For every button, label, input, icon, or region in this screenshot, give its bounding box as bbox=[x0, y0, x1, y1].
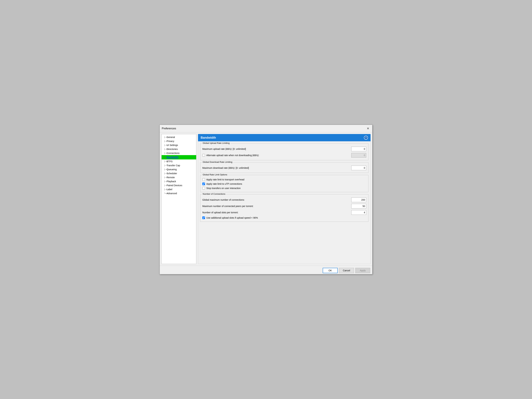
download-section: Global Download Rate Limiting Maximum do… bbox=[200, 162, 368, 173]
preferences-window: Preferences ✕ ├── General ├── Privacy ├─… bbox=[160, 125, 372, 274]
max-download-label: Maximum download rate (kB/s): [0: unlimi… bbox=[202, 167, 249, 169]
tree-icon-queueing: ├── bbox=[164, 168, 166, 171]
title-bar: Preferences ✕ bbox=[160, 125, 372, 132]
transport-overhead-row: Apply rate limit to transport overhead bbox=[202, 177, 366, 182]
sidebar-label-label: Label bbox=[167, 188, 172, 191]
sidebar-label-scheduler: Scheduler bbox=[167, 172, 177, 175]
sidebar-label-ui-settings: UI Settings bbox=[167, 144, 178, 146]
upload-section-label: Global Upload Rate Limiting bbox=[202, 142, 230, 144]
bandwidth-panel: Global Upload Rate Limiting Maximum uplo… bbox=[198, 141, 371, 264]
cancel-button[interactable]: Cancel bbox=[339, 268, 354, 273]
alternate-upload-input[interactable] bbox=[351, 153, 366, 158]
sidebar-label-remote: Remote bbox=[167, 176, 175, 179]
sidebar-label-advanced: Advanced bbox=[167, 192, 177, 195]
max-peers-row: Maximum number of connected peers per to… bbox=[202, 203, 366, 209]
upload-slots-row: Number of upload slots per torrent: bbox=[202, 209, 366, 216]
alternate-upload-checkbox[interactable] bbox=[202, 154, 205, 157]
sidebar-label-general: General bbox=[167, 136, 175, 139]
bandwidth-title: Bandwidth bbox=[201, 136, 216, 139]
additional-slots-label: Use additional upload slots if upload sp… bbox=[206, 216, 258, 219]
sidebar-item-privacy[interactable]: ├── Privacy bbox=[162, 139, 196, 143]
tree-icon-connections: ├── bbox=[164, 152, 166, 154]
main-content: Bandwidth ? Global Upload Rate Limiting … bbox=[198, 134, 371, 264]
transport-overhead-checkbox[interactable] bbox=[202, 178, 205, 181]
sidebar-label-directories: Directories bbox=[167, 148, 178, 151]
global-max-label: Global maximum number of connections: bbox=[202, 198, 245, 201]
window-body: ├── General ├── Privacy ├── UI Settings … bbox=[160, 132, 372, 266]
sidebar-label-paired-devices: Paired Devices bbox=[167, 184, 182, 187]
sidebar-label-bandwidth: Bandwidth bbox=[167, 156, 178, 159]
connections-section: Number of Connections Global maximum num… bbox=[200, 194, 368, 222]
tree-icon-remote: ├── bbox=[164, 176, 166, 178]
tree-icon-transfer-cap: ├── bbox=[164, 165, 166, 166]
stop-transfers-row: Stop transfers on user interaction bbox=[202, 186, 366, 190]
sidebar-item-connections[interactable]: ├── Connections bbox=[162, 151, 196, 155]
download-section-label: Global Download Rate Limiting bbox=[202, 161, 233, 163]
apply-button[interactable]: Apply bbox=[355, 268, 370, 273]
tree-icon-btfs: ├── bbox=[164, 160, 166, 162]
sidebar-item-directories[interactable]: ├── Directories bbox=[162, 147, 196, 151]
sidebar-label-connections: Connections bbox=[167, 152, 180, 154]
utp-checkbox[interactable] bbox=[202, 183, 205, 185]
sidebar-label-btfs: BTFS bbox=[167, 160, 173, 163]
sidebar: ├── General ├── Privacy ├── UI Settings … bbox=[161, 134, 196, 264]
sidebar-item-remote[interactable]: ├── Remote bbox=[162, 175, 196, 179]
global-max-input[interactable] bbox=[351, 197, 366, 202]
sidebar-item-paired-devices[interactable]: ├── Paired Devices bbox=[162, 183, 196, 187]
additional-slots-checkbox[interactable] bbox=[202, 216, 205, 219]
sidebar-item-scheduler[interactable]: ├── Scheduler bbox=[162, 171, 196, 175]
tree-icon-general: ├── bbox=[164, 136, 166, 138]
sidebar-item-playback[interactable]: ├── Playback bbox=[162, 179, 196, 183]
alternate-upload-checkbox-row: Alternate upload rate when not downloadi… bbox=[202, 153, 259, 158]
tree-icon-directories: ├── bbox=[164, 148, 166, 150]
sidebar-label-queueing: Queueing bbox=[167, 168, 177, 171]
tree-icon-advanced: └+─ bbox=[164, 192, 166, 194]
tree-icon-playback: ├── bbox=[164, 180, 166, 182]
alternate-upload-row: Alternate upload rate when not downloadi… bbox=[202, 152, 366, 158]
max-peers-input[interactable] bbox=[351, 204, 366, 209]
sidebar-label-playback: Playback bbox=[167, 180, 176, 183]
sidebar-item-queueing[interactable]: ├── Queueing bbox=[162, 167, 196, 171]
max-download-row: Maximum download rate (kB/s): [0: unlimi… bbox=[202, 165, 366, 171]
sidebar-item-general[interactable]: ├── General bbox=[162, 135, 196, 139]
ok-button[interactable]: OK bbox=[323, 268, 338, 273]
sidebar-item-advanced[interactable]: └+─ Advanced bbox=[162, 191, 196, 195]
tree-icon-privacy: ├── bbox=[164, 140, 166, 142]
sidebar-item-ui-settings[interactable]: ├── UI Settings bbox=[162, 143, 196, 147]
window-title: Preferences bbox=[162, 127, 176, 130]
close-button[interactable]: ✕ bbox=[366, 126, 370, 131]
upload-slots-input[interactable] bbox=[351, 210, 366, 215]
connections-section-label: Number of Connections bbox=[202, 193, 226, 195]
sidebar-label-privacy: Privacy bbox=[167, 140, 174, 142]
sidebar-label-transfer-cap: Transfer Cap bbox=[167, 164, 180, 167]
max-download-input[interactable] bbox=[351, 165, 366, 170]
sidebar-item-transfer-cap[interactable]: ├── Transfer Cap bbox=[162, 163, 196, 167]
utp-row: Apply rate limit to uTP connections bbox=[202, 182, 366, 186]
transport-overhead-label: Apply rate limit to transport overhead bbox=[206, 178, 244, 181]
bandwidth-header: Bandwidth ? bbox=[198, 134, 371, 141]
rate-limit-section-label: Global Rate Limit Options bbox=[202, 173, 228, 176]
upload-slots-label: Number of upload slots per torrent: bbox=[202, 211, 238, 214]
stop-transfers-checkbox[interactable] bbox=[202, 187, 205, 190]
global-max-row: Global maximum number of connections: bbox=[202, 197, 366, 203]
max-peers-label: Maximum number of connected peers per to… bbox=[202, 205, 253, 208]
max-upload-row: Maximum upload rate (kB/s): [0: unlimite… bbox=[202, 146, 366, 152]
tree-icon-label: ├── bbox=[164, 188, 166, 190]
utp-label: Apply rate limit to uTP connections bbox=[206, 183, 242, 185]
tree-icon-ui-settings: ├── bbox=[164, 144, 166, 146]
sidebar-item-bandwidth[interactable]: ├── Bandwidth bbox=[162, 155, 196, 159]
sidebar-item-btfs[interactable]: ├── BTFS bbox=[162, 159, 196, 163]
tree-icon-bandwidth: ├── bbox=[164, 156, 166, 158]
sidebar-item-label[interactable]: ├── Label bbox=[162, 187, 196, 191]
additional-slots-row: Use additional upload slots if upload sp… bbox=[202, 216, 366, 220]
upload-section: Global Upload Rate Limiting Maximum uplo… bbox=[200, 143, 368, 160]
max-upload-input[interactable] bbox=[351, 147, 366, 151]
stop-transfers-label: Stop transfers on user interaction bbox=[206, 187, 241, 190]
tree-icon-scheduler: ├── bbox=[164, 172, 166, 174]
button-bar: OK Cancel Apply bbox=[160, 266, 372, 274]
tree-icon-paired-devices: ├── bbox=[164, 184, 166, 186]
alternate-upload-label: Alternate upload rate when not downloadi… bbox=[206, 154, 259, 157]
max-upload-label: Maximum upload rate (kB/s): [0: unlimite… bbox=[202, 148, 246, 150]
rate-limit-section: Global Rate Limit Options Apply rate lim… bbox=[200, 175, 368, 192]
help-icon[interactable]: ? bbox=[364, 136, 368, 140]
